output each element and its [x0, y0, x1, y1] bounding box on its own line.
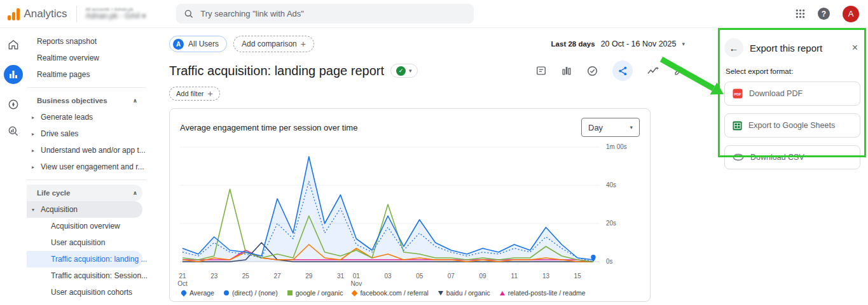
csv-icon: [733, 153, 744, 161]
legend-item-0[interactable]: Average: [181, 289, 214, 297]
page-title: Traffic acquisition: landing page report: [169, 64, 384, 78]
analytics-logo-icon: [8, 8, 20, 20]
add-comparison-label: Add comparison: [242, 39, 297, 48]
x-axis: 21Oct232527293101Nov03050709111315: [180, 271, 600, 287]
all-users-chip[interactable]: A All Users: [169, 36, 227, 52]
account-switcher[interactable]: All accounts > Adnan.pk Adnan.pk - GA4 ▾: [86, 7, 146, 21]
sheets-icon: [733, 121, 742, 131]
x-axis-label: 25: [242, 273, 249, 280]
advertising-icon[interactable]: [7, 125, 20, 138]
collapse-icon: ∧: [133, 190, 137, 196]
download-pdf-button[interactable]: PDF Download PDF: [724, 82, 860, 106]
reports-sidebar: Reports snapshot Realtime overview Realt…: [27, 28, 146, 305]
section-label: Life cycle: [37, 189, 70, 197]
sidebar-item-traffic-acquisition-session[interactable]: Traffic acquisition: Session...: [27, 267, 146, 284]
sidebar-label: View user engagement and r...: [41, 162, 144, 171]
expand-icon: ▸: [32, 164, 41, 170]
date-range-value: 20 Oct - 16 Nov 2025: [601, 39, 677, 48]
edit-report-icon[interactable]: [673, 65, 685, 76]
comparison-bars-icon[interactable]: [561, 65, 572, 76]
all-users-label: All Users: [188, 39, 219, 48]
all-users-badge-icon: A: [173, 39, 184, 50]
sidebar-item-traffic-acquisition-landing[interactable]: Traffic acquisition: landing ...: [27, 251, 142, 267]
export-option-label: Download PDF: [749, 89, 803, 98]
chevron-down-icon: ▾: [409, 67, 412, 74]
legend-label: related-posts-lite / readme: [508, 289, 586, 297]
app-root: Analytics All accounts > Adnan.pk Adnan.…: [0, 0, 868, 305]
add-filter-button[interactable]: Add filter +: [169, 87, 220, 101]
sidebar-item-drive-sales[interactable]: ▸Drive sales: [27, 125, 146, 142]
export-option-label: Export to Google Sheets: [748, 121, 835, 130]
share-icon[interactable]: [612, 60, 633, 81]
section-label: Business objectives: [37, 97, 107, 104]
chevron-down-icon: ▾: [682, 41, 685, 47]
plus-icon: +: [207, 89, 212, 99]
sidebar-item-view-user-engagement[interactable]: ▸View user engagement and r...: [27, 159, 146, 175]
chart-title: Average engagement time per session over…: [180, 123, 357, 132]
legend-label: Average: [189, 289, 214, 297]
sidebar-section-life-cycle[interactable]: Life cycle∧: [27, 185, 142, 201]
export-to-sheets-button[interactable]: Export to Google Sheets: [724, 113, 860, 138]
sidebar-label: Reports snapshot: [37, 37, 97, 46]
home-icon[interactable]: [7, 38, 20, 51]
legend-item-1[interactable]: (direct) / (none): [224, 289, 278, 297]
close-icon[interactable]: ×: [850, 42, 860, 53]
x-axis-label: 23: [210, 273, 217, 280]
sidebar-item-reports-snapshot[interactable]: Reports snapshot: [27, 33, 146, 50]
help-icon[interactable]: ?: [818, 8, 830, 20]
explore-icon[interactable]: [7, 98, 20, 111]
x-axis-label: 09: [479, 273, 486, 280]
add-comparison-button[interactable]: Add comparison +: [233, 36, 314, 52]
sidebar-item-generate-leads[interactable]: ▸Generate leads: [27, 109, 146, 125]
x-axis-label: 03: [384, 273, 391, 280]
check-icon: ✓: [396, 66, 406, 76]
avatar[interactable]: A: [843, 6, 859, 22]
legend-item-2[interactable]: google / organic: [287, 289, 343, 297]
sidebar-item-acquisition-overview[interactable]: Acquisition overview: [27, 218, 146, 234]
apps-grid-icon[interactable]: [796, 9, 805, 18]
date-range-picker[interactable]: Last 28 days 20 Oct - 16 Nov 2025 ▾: [551, 39, 685, 48]
svg-text:PDF: PDF: [734, 92, 741, 96]
legend-label: facebook.com / referral: [360, 289, 428, 297]
logo-text: Analytics: [24, 8, 67, 20]
trend-insights-icon[interactable]: [647, 65, 659, 76]
legend-label: (direct) / (none): [232, 289, 278, 297]
back-arrow-icon[interactable]: ←: [724, 38, 743, 57]
x-axis-label: 01Nov: [350, 273, 362, 288]
sidebar-item-realtime-overview[interactable]: Realtime overview: [27, 50, 146, 66]
legend-item-3[interactable]: facebook.com / referral: [352, 289, 428, 297]
y-axis-label: 40s: [606, 181, 616, 188]
reports-icon[interactable]: [4, 65, 23, 84]
legend-item-4[interactable]: baidu / organic: [438, 289, 490, 297]
sidebar-section-business-objectives[interactable]: Business objectives∧: [27, 92, 146, 109]
top-bar: Analytics All accounts > Adnan.pk Adnan.…: [0, 0, 868, 28]
search-placeholder: Try searching "link with Ads": [200, 9, 304, 18]
date-preset-label: Last 28 days: [551, 40, 595, 48]
sidebar-item-realtime-pages[interactable]: Realtime pages: [27, 66, 146, 83]
collapse-icon: ∧: [133, 97, 137, 104]
insights-icon[interactable]: [586, 65, 598, 77]
search-bar[interactable]: Try searching "link with Ads": [176, 4, 474, 24]
x-axis-label: 11: [511, 273, 518, 280]
sidebar-item-understand-web-app[interactable]: ▸Understand web and/or app t...: [27, 142, 146, 159]
granularity-value: Day: [588, 123, 603, 132]
sidebar-item-user-acquisition[interactable]: User acquisition: [27, 234, 146, 251]
sidebar-item-user-acquisition-cohorts[interactable]: User acquisition cohorts: [27, 284, 146, 301]
legend-item-5[interactable]: related-posts-lite / readme: [500, 289, 586, 297]
sidebar-item-acquisition[interactable]: ▾Acquisition: [27, 201, 142, 218]
analytics-logo[interactable]: Analytics: [8, 8, 67, 20]
page-notes-icon[interactable]: [535, 65, 547, 76]
sidebar-label: Realtime pages: [37, 70, 90, 79]
chart-legend: Average(direct) / (none)google / organic…: [180, 289, 640, 297]
report-status-badge[interactable]: ✓ ▾: [390, 64, 418, 78]
y-axis-label: 20s: [606, 220, 616, 227]
account-name: Adnan.pk - GA4 ▾: [86, 12, 146, 21]
engagement-time-chart[interactable]: [180, 142, 600, 268]
legend-label: baidu / organic: [446, 289, 490, 297]
divider: [76, 6, 77, 22]
granularity-select[interactable]: Day ▾: [581, 118, 640, 137]
expand-icon: ▸: [32, 131, 41, 137]
download-csv-button[interactable]: Download CSV: [724, 145, 860, 169]
export-panel: ← Export this report × Select export for…: [717, 28, 868, 305]
y-axis-label: 1m 00s: [606, 143, 627, 150]
